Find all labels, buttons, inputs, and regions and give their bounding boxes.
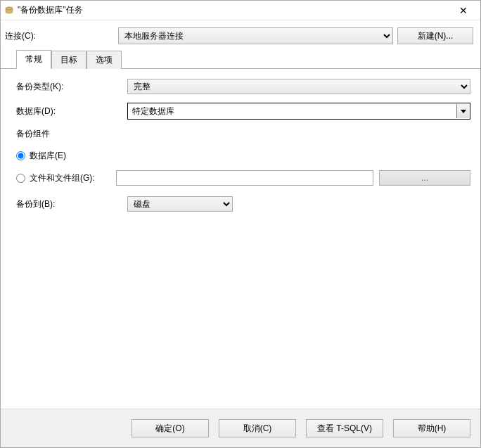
database-value: 特定数据库 bbox=[132, 105, 174, 117]
radio-files-label[interactable]: 文件和文件组(G): bbox=[16, 172, 110, 184]
tab-strip: 常规 目标 选项 bbox=[1, 50, 480, 69]
radio-files-row: 文件和文件组(G): ... bbox=[16, 169, 470, 186]
window-title: "备份数据库"任务 bbox=[18, 4, 449, 16]
button-bar: 确定(O) 取消(C) 查看 T-SQL(V) 帮助(H) bbox=[1, 409, 480, 447]
radio-database-label[interactable]: 数据库(E) bbox=[16, 150, 110, 162]
backup-type-label: 备份类型(K): bbox=[16, 81, 122, 93]
database-select[interactable]: 特定数据库 bbox=[127, 103, 470, 120]
database-label: 数据库(D): bbox=[16, 105, 122, 117]
tab-general[interactable]: 常规 bbox=[16, 50, 51, 69]
connection-select[interactable]: 本地服务器连接 bbox=[118, 27, 393, 44]
database-row: 数据库(D): 特定数据库 bbox=[16, 103, 470, 120]
radio-files[interactable] bbox=[16, 174, 25, 183]
backup-to-row: 备份到(B): 磁盘 bbox=[16, 196, 470, 212]
help-button[interactable]: 帮助(H) bbox=[393, 419, 470, 437]
backup-to-select[interactable]: 磁盘 bbox=[127, 196, 233, 212]
app-icon bbox=[4, 5, 15, 16]
view-tsql-button[interactable]: 查看 T-SQL(V) bbox=[306, 419, 383, 437]
close-icon[interactable]: ✕ bbox=[449, 1, 477, 20]
connection-label: 连接(C): bbox=[5, 30, 114, 42]
browse-button[interactable]: ... bbox=[379, 170, 470, 186]
radio-database[interactable] bbox=[16, 151, 25, 160]
backup-type-row: 备份类型(K): 完整 bbox=[16, 79, 470, 94]
cancel-button[interactable]: 取消(C) bbox=[219, 419, 296, 437]
ok-button[interactable]: 确定(O) bbox=[132, 419, 209, 437]
radio-database-row: 数据库(E) bbox=[16, 147, 470, 164]
titlebar: "备份数据库"任务 ✕ bbox=[1, 1, 480, 20]
tab-options[interactable]: 选项 bbox=[86, 51, 122, 69]
files-input[interactable] bbox=[116, 170, 373, 186]
backup-to-label: 备份到(B): bbox=[16, 198, 122, 210]
backup-type-select[interactable]: 完整 bbox=[127, 79, 470, 94]
new-connection-button[interactable]: 新建(N)... bbox=[397, 27, 473, 44]
connection-row: 连接(C): 本地服务器连接 新建(N)... bbox=[1, 20, 480, 50]
tab-target[interactable]: 目标 bbox=[51, 51, 86, 69]
tab-content: 备份类型(K): 完整 数据库(D): 特定数据库 备份组件 数据库(E) 文件… bbox=[1, 69, 480, 409]
chevron-down-icon[interactable] bbox=[456, 104, 469, 118]
backup-component-label: 备份组件 bbox=[16, 128, 470, 140]
